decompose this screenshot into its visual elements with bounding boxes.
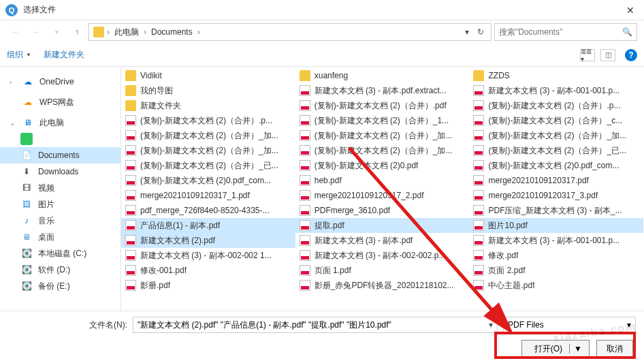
pdf-icon — [473, 205, 484, 216]
sidebar-item-pc[interactable]: ⌄🖥此电脑 — [0, 114, 120, 131]
sidebar-item-downloads[interactable]: ⬇Downloads — [0, 163, 120, 180]
nav-back-button[interactable]: ← — [7, 23, 25, 41]
file-item[interactable]: (复制)-新建文本文档 (2)（合并）_加... — [121, 128, 295, 143]
file-item[interactable]: PDF压缩_新建文本文档 (3) - 副本_... — [469, 203, 643, 218]
search-icon[interactable]: 🔍 — [622, 27, 632, 37]
filename-combo[interactable]: ▾ — [133, 317, 498, 333]
breadcrumb-segment[interactable]: Documents — [149, 27, 195, 37]
refresh-icon[interactable]: ↻ — [474, 27, 487, 37]
file-item[interactable]: (复制)-新建文本文档 (2)（合并）_加... — [469, 128, 643, 143]
filename-input[interactable] — [138, 320, 485, 330]
search-input[interactable] — [499, 27, 622, 37]
sidebar-item-disk-e[interactable]: 💽备份 (E:) — [0, 278, 120, 294]
file-name: 修改-001.pdf — [140, 265, 187, 277]
file-item[interactable]: (复制)-新建文本文档 (2)（合并）_1... — [295, 113, 470, 128]
sidebar-item-disk-d[interactable]: 💽软件 (D:) — [0, 262, 120, 278]
video-icon: 🎞 — [20, 183, 33, 193]
file-item[interactable]: 新建文本文档 (3) - 副本.pdf — [295, 233, 470, 248]
nav-up-button[interactable]: ↑ — [68, 23, 86, 41]
pdf-icon — [473, 280, 484, 291]
file-item[interactable]: 新建文本文档 (3) - 副本-001-001.p... — [469, 83, 643, 98]
file-item[interactable]: 修改.pdf — [469, 248, 643, 263]
file-item[interactable]: merge20210109120317_1.pdf — [121, 188, 295, 203]
file-item[interactable]: (复制)-新建文本文档 (2)（合并）_加... — [295, 128, 470, 143]
open-dropdown-icon[interactable]: ▼ — [569, 344, 582, 353]
file-item[interactable]: (复制)-新建文本文档 (2)0.pdf_com... — [121, 173, 295, 188]
nav-forward-button[interactable]: → — [27, 23, 45, 41]
help-icon[interactable]: ? — [625, 49, 637, 61]
file-item[interactable]: ZZDS — [469, 68, 643, 83]
file-item[interactable]: 新建文本文档 (3) - 副本.pdf.extract... — [295, 83, 470, 98]
file-item[interactable]: (复制)-新建文本文档 (2)0.pdf — [295, 158, 470, 173]
address-bar[interactable]: › 此电脑 › Documents › ▾ ↻ — [88, 23, 492, 41]
open-button[interactable]: 打开(O)▼ — [521, 340, 590, 358]
file-item[interactable]: 提取.pdf — [295, 218, 470, 233]
file-item[interactable]: 中心主题.pdf — [469, 278, 643, 293]
close-button[interactable]: ✕ — [622, 5, 639, 16]
file-item[interactable]: xuanfeng — [295, 68, 470, 83]
sidebar-item-documents[interactable]: 📄Documents — [0, 147, 120, 163]
file-item[interactable]: merge20210109120317.pdf — [469, 173, 643, 188]
address-dropdown-icon[interactable]: ▾ — [462, 27, 472, 37]
file-item[interactable]: PDFmerge_3610.pdf — [295, 203, 470, 218]
file-item[interactable]: 新建文本文档 (3) - 副本-002-002 1... — [121, 248, 295, 263]
chevron-down-icon[interactable]: ▾ — [485, 320, 493, 330]
breadcrumb-segment[interactable]: 此电脑 — [112, 27, 141, 38]
search-box[interactable]: 🔍 — [494, 23, 637, 41]
file-item[interactable]: 影册_赤兔PDF转换器_20201218102... — [295, 278, 470, 293]
file-item[interactable]: (复制)-新建文本文档 (2)（合并）_已... — [121, 158, 295, 173]
main-area: ›☁OneDrive ☁WPS网盘 ⌄🖥此电脑 📄Documents ⬇Down… — [0, 67, 644, 311]
sidebar-item-music[interactable]: ♪音乐 — [0, 212, 120, 229]
sidebar-item-wps[interactable]: ☁WPS网盘 — [0, 94, 120, 110]
file-item[interactable]: Vidikit — [121, 68, 295, 83]
file-item[interactable]: (复制)-新建文本文档 (2)（合并）.pdf — [295, 98, 470, 113]
file-item[interactable]: (复制)-新建文本文档 (2)（合并）_已... — [469, 143, 643, 158]
file-item[interactable]: merge20210109120317_3.pdf — [469, 188, 643, 203]
disk-icon: 💽 — [20, 264, 33, 275]
file-name: PDF压缩_新建文本文档 (3) - 副本_... — [488, 205, 622, 217]
sidebar-item-pictures[interactable]: 🖼图片 — [0, 196, 120, 212]
file-item[interactable]: 新建文本文档 (3) - 副本-001-001.p... — [469, 233, 643, 248]
file-item[interactable]: 修改-001.pdf — [121, 263, 295, 278]
file-item[interactable]: heb.pdf — [295, 173, 470, 188]
file-item[interactable]: (复制)-新建文本文档 (2)（合并）_c... — [469, 113, 643, 128]
file-name: 新建文本文档 (3) - 副本-002-002 1... — [140, 250, 272, 262]
file-item[interactable]: pdf_merge_726f84e0-8520-4335-... — [121, 203, 295, 218]
sidebar-item-onedrive[interactable]: ›☁OneDrive — [0, 74, 120, 90]
sidebar-item-label: WPS网盘 — [39, 97, 74, 108]
filetype-filter[interactable]: PDF Files ▾ — [503, 317, 636, 333]
sidebar-item-label: 本地磁盘 (C:) — [38, 248, 86, 259]
file-item[interactable]: (复制)-新建文本文档 (2)0.pdf_com... — [469, 158, 643, 173]
file-item[interactable]: 页面 1.pdf — [295, 263, 470, 278]
sidebar-item-desktop[interactable]: 🖥桌面 — [0, 229, 120, 245]
file-item[interactable]: 新建文本文档 (3) - 副本-002-002.p... — [295, 248, 470, 263]
sidebar-item-wechat[interactable] — [0, 131, 120, 147]
file-name: ZZDS — [488, 71, 509, 80]
new-folder-button[interactable]: 新建文件夹 — [44, 49, 84, 61]
sidebar-item-video[interactable]: 🎞视频 — [0, 180, 120, 196]
file-item[interactable]: (复制)-新建文本文档 (2)（合并）.p... — [469, 98, 643, 113]
cancel-button[interactable]: 取消 — [596, 340, 633, 358]
view-mode-button[interactable]: ≣≣ ▾ — [580, 49, 595, 61]
sidebar-item-disk-c[interactable]: 💽本地磁盘 (C:) — [0, 245, 120, 262]
file-item[interactable]: 影册.pdf — [121, 278, 295, 293]
file-item[interactable]: (复制)-新建文本文档 (2)（合并）_加... — [295, 143, 470, 158]
file-item[interactable]: (复制)-新建文本文档 (2)（合并）.p... — [121, 113, 295, 128]
file-item[interactable]: 我的导图 — [121, 83, 295, 98]
preview-pane-button[interactable]: ◫ — [600, 49, 615, 61]
file-item[interactable]: 产品信息(1) - 副本.pdf — [121, 218, 295, 233]
nav-recent-dropdown[interactable]: ▾ — [48, 23, 65, 41]
file-item[interactable]: 新建文件夹 — [121, 98, 295, 113]
folder-icon — [125, 85, 136, 96]
file-item[interactable]: 图片10.pdf — [469, 218, 643, 233]
pdf-icon — [125, 130, 136, 141]
pdf-icon — [300, 160, 310, 171]
file-item[interactable]: 新建文本文档 (2).pdf — [121, 233, 295, 248]
file-item[interactable]: 页面 2.pdf — [469, 263, 643, 278]
file-item[interactable]: merge20210109120317_2.pdf — [295, 188, 470, 203]
image-icon: 🖼 — [20, 199, 33, 210]
organize-menu[interactable]: 组织▼ — [7, 49, 31, 61]
file-item[interactable]: (复制)-新建文本文档 (2)（合并）_加... — [121, 143, 295, 158]
pdf-icon — [125, 235, 136, 246]
filter-label: PDF Files — [508, 320, 627, 330]
